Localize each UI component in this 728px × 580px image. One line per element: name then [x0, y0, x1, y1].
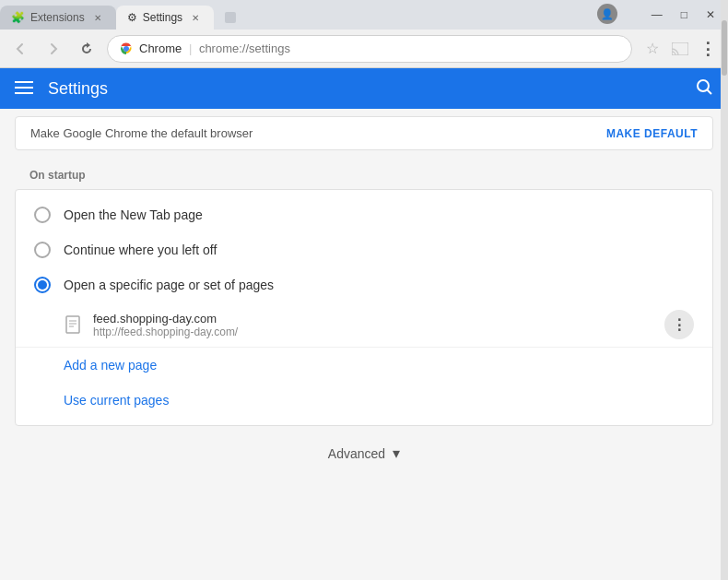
content-area: G Make Google Chrome the default browser… — [0, 109, 728, 580]
on-startup-label: On startup — [0, 158, 728, 189]
page-entry: feed.shopping-day.com http://feed.shoppi… — [16, 302, 712, 347]
tab-settings[interactable]: ⚙ Settings ✕ — [116, 6, 214, 30]
svg-rect-9 — [66, 316, 79, 333]
main-content: G Make Google Chrome the default browser… — [0, 109, 728, 580]
option-specific-page-label: Open a specific page or set of pages — [64, 278, 274, 292]
tab-bar: 🧩 Extensions ✕ ⚙ Settings ✕ — [0, 0, 243, 30]
add-new-page[interactable]: Add a new page — [16, 348, 712, 383]
address-bar[interactable]: Chrome | chrome://settings — [107, 35, 632, 63]
radio-specific-page[interactable] — [34, 277, 51, 293]
nav-bar: Chrome | chrome://settings ☆ ⋮ — [0, 30, 728, 68]
page-name: feed.shopping-day.com — [93, 312, 653, 326]
svg-rect-5 — [15, 92, 33, 94]
startup-card: Open the New Tab page Continue where you… — [15, 189, 713, 426]
search-button[interactable] — [695, 77, 713, 101]
advanced-chevron-icon: ▾ — [393, 444, 400, 462]
advanced-label: Advanced — [328, 446, 385, 461]
use-current-pages[interactable]: Use current pages — [16, 383, 712, 418]
cast-button[interactable] — [667, 36, 693, 62]
address-path-text: chrome://settings — [199, 41, 290, 55]
svg-point-1 — [123, 46, 129, 52]
svg-line-7 — [707, 89, 711, 94]
settings-title: Settings — [48, 79, 108, 99]
tab-settings-close[interactable]: ✕ — [188, 10, 203, 25]
back-button[interactable] — [7, 36, 33, 62]
radio-new-tab[interactable] — [34, 207, 51, 223]
tab-settings-label: Settings — [143, 11, 182, 24]
settings-header: Settings — [0, 68, 728, 109]
reload-button[interactable] — [74, 36, 100, 62]
add-new-page-link[interactable]: Add a new page — [64, 358, 157, 373]
extensions-tab-icon: 🧩 — [11, 11, 25, 24]
chrome-icon — [119, 41, 134, 56]
star-button[interactable]: ☆ — [640, 36, 665, 62]
option-continue-label: Continue where you left off — [64, 243, 217, 257]
tab-extensions-close[interactable]: ✕ — [90, 10, 105, 25]
address-domain-text: Chrome — [139, 41, 182, 55]
page-file-icon — [64, 314, 82, 336]
close-button[interactable]: ✕ — [700, 6, 721, 23]
settings-tab-icon: ⚙ — [127, 11, 137, 24]
forward-button[interactable] — [41, 36, 66, 62]
profile-icon[interactable]: 👤 — [597, 4, 617, 24]
svg-rect-4 — [15, 87, 33, 89]
nav-right-icons: ☆ ⋮ — [640, 36, 721, 62]
make-default-bar: Make Google Chrome the default browser M… — [15, 116, 713, 150]
option-new-tab[interactable]: Open the New Tab page — [16, 197, 712, 232]
minimize-button[interactable]: — — [646, 6, 668, 23]
browser-window: 🧩 Extensions ✕ ⚙ Settings ✕ 👤 — □ ✕ — [0, 0, 728, 580]
make-default-text: Make Google Chrome the default browser — [30, 126, 252, 140]
window-controls: — □ ✕ — [646, 6, 721, 23]
tab-extensions[interactable]: 🧩 Extensions ✕ — [0, 6, 116, 30]
menu-button[interactable]: ⋮ — [695, 36, 721, 62]
option-specific-page[interactable]: Open a specific page or set of pages — [16, 267, 712, 302]
scrollbar[interactable] — [721, 109, 728, 580]
hamburger-icon[interactable] — [15, 79, 33, 99]
advanced-section[interactable]: Advanced ▾ — [0, 426, 728, 480]
radio-continue[interactable] — [34, 242, 51, 258]
page-menu-button[interactable]: ⋮ — [664, 310, 694, 339]
tab-extensions-label: Extensions — [30, 11, 85, 24]
new-tab-button[interactable] — [217, 6, 243, 30]
use-current-pages-link[interactable]: Use current pages — [64, 393, 169, 408]
page-url: http://feed.shopping-day.com/ — [93, 326, 653, 338]
make-default-button[interactable]: MAKE DEFAULT — [606, 127, 698, 140]
svg-rect-0 — [225, 12, 236, 23]
page-info: feed.shopping-day.com http://feed.shoppi… — [93, 312, 653, 338]
title-bar: 🧩 Extensions ✕ ⚙ Settings ✕ 👤 — □ ✕ — [0, 0, 728, 30]
option-new-tab-label: Open the New Tab page — [64, 207, 203, 222]
svg-rect-3 — [15, 81, 33, 83]
maximize-button[interactable]: □ — [675, 6, 693, 23]
option-continue[interactable]: Continue where you left off — [16, 232, 712, 267]
address-domain: Chrome | chrome://settings — [139, 41, 290, 55]
